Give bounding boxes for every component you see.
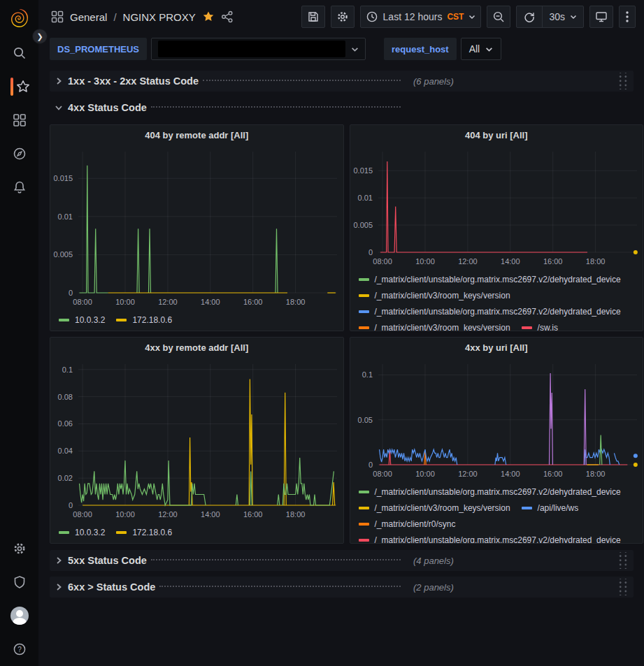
help-icon: ? — [13, 642, 27, 656]
grafana-logo[interactable] — [0, 0, 38, 36]
legend-item[interactable]: /sw.js — [522, 319, 558, 331]
panel-title[interactable]: 404 by remote addr [All] — [50, 125, 343, 145]
search-icon — [13, 46, 27, 60]
time-range-picker[interactable]: Last 12 hours CST — [360, 6, 482, 28]
legend-item[interactable]: /_matrix/client/unstable/org.matrix.msc2… — [359, 271, 621, 287]
row-5xx[interactable]: 5xx Status Code (4 panels) — [50, 550, 634, 571]
sidebar-item-dashboards[interactable] — [0, 103, 38, 137]
panel-404-by-remote-addr: 404 by remote addr [All] 08:0010:0012:00… — [50, 124, 344, 331]
legend-swatch — [359, 310, 369, 313]
legend-item[interactable]: /_matrix/client/unstable/org.matrix.msc2… — [359, 484, 621, 500]
row-dotted-leader — [203, 80, 401, 81]
request-host-variable-select[interactable]: All — [461, 38, 502, 60]
legend-item[interactable]: /_matrix/client/v3/room_keys/version — [359, 319, 510, 331]
svg-text:12:00: 12:00 — [158, 298, 178, 306]
sidebar-expand-button[interactable]: ❯ — [32, 29, 48, 44]
favorite-star-icon[interactable] — [202, 10, 215, 23]
tv-mode-button[interactable] — [589, 6, 613, 28]
svg-text:12:00: 12:00 — [158, 510, 178, 519]
legend-item[interactable]: 172.18.0.6 — [116, 524, 172, 540]
row-drag-handle[interactable] — [617, 579, 628, 595]
row-dotted-leader — [151, 559, 401, 560]
dashboard-settings-button[interactable] — [331, 6, 355, 28]
datasource-variable-select[interactable] — [151, 38, 366, 60]
sidebar-item-help[interactable]: ? — [0, 632, 38, 666]
panel-legend: 10.0.3.2172.18.0.6 — [50, 522, 343, 540]
refresh-interval-label: 30s — [549, 11, 565, 22]
sidebar-item-explore[interactable] — [0, 137, 38, 171]
legend-item[interactable]: /_matrix/client/unstable/org.matrix.msc2… — [359, 303, 621, 319]
panel-legend: /_matrix/client/unstable/org.matrix.msc2… — [350, 269, 643, 331]
avatar — [10, 607, 29, 625]
legend-swatch — [359, 507, 369, 509]
legend-item[interactable]: /api/live/ws — [522, 500, 579, 516]
legend-label: 172.18.0.6 — [132, 315, 172, 325]
svg-text:08:00: 08:00 — [373, 257, 392, 266]
refresh-button[interactable] — [517, 6, 542, 27]
more-options-button[interactable] — [619, 6, 636, 28]
svg-text:10:00: 10:00 — [115, 510, 135, 519]
svg-text:0.08: 0.08 — [58, 393, 73, 401]
breadcrumb-folder[interactable]: General — [70, 11, 107, 23]
svg-text:12:00: 12:00 — [458, 470, 478, 478]
sidebar-item-starred[interactable] — [0, 70, 38, 103]
row-dotted-leader — [151, 106, 401, 108]
compass-icon — [13, 147, 27, 161]
refresh-interval-dropdown[interactable]: 30s — [542, 6, 583, 27]
panel-404-by-uri: 404 by uri [All] 08:0010:0012:0014:0016:… — [350, 124, 644, 331]
share-icon[interactable] — [221, 10, 234, 23]
legend-swatch — [116, 531, 127, 534]
grafana-logo-icon — [9, 8, 30, 29]
legend-item[interactable]: /_matrix/client/unstable/org.matrix.msc2… — [359, 532, 621, 544]
refresh-icon — [523, 10, 536, 23]
save-icon — [307, 10, 320, 23]
time-series-chart: 08:0010:0012:0014:0016:0018:0000.050.1 — [350, 357, 643, 482]
zoom-out-button[interactable] — [487, 6, 510, 28]
legend-item[interactable]: 172.18.0.6 — [116, 312, 172, 328]
panel-title[interactable]: 404 by uri [All] — [350, 125, 643, 145]
chevron-down-icon — [468, 13, 475, 20]
svg-text:0.01: 0.01 — [58, 212, 73, 221]
sidebar-item-profile[interactable] — [0, 599, 38, 632]
sidebar-item-server-admin[interactable] — [0, 565, 38, 599]
legend-item[interactable]: 10.0.3.2 — [59, 312, 105, 328]
variables-bar: DS_PROMETHEUS request_host All — [38, 34, 644, 67]
legend-item[interactable]: /_matrix/client/r0/sync — [359, 516, 456, 532]
dashboard-topbar: General / NGINX PROXY — [38, 0, 644, 34]
panel-title[interactable]: 4xx by uri [All] — [350, 338, 643, 357]
gear-icon — [13, 542, 27, 556]
legend-swatch — [59, 319, 69, 321]
svg-text:08:00: 08:00 — [373, 470, 392, 478]
sidebar-item-search[interactable] — [0, 36, 38, 70]
legend-label: /_matrix/client/unstable/org.matrix.msc2… — [375, 307, 621, 317]
sidebar-item-configuration[interactable] — [0, 532, 38, 565]
legend-swatch — [359, 539, 369, 542]
row-panel-count: (2 panels) — [413, 582, 454, 593]
legend-item[interactable]: /_matrix/client/v3/room_keys/version — [359, 287, 510, 303]
svg-text:0.05: 0.05 — [357, 416, 372, 424]
row-1xx-3xx-2xx[interactable]: 1xx - 3xx - 2xx Status Code (6 panels) — [50, 71, 634, 92]
row-header: 4xx Status Code — [54, 102, 402, 113]
legend-label: /_matrix/client/r0/sync — [375, 519, 456, 529]
svg-text:0: 0 — [69, 501, 73, 509]
legend-item[interactable]: /_matrix/client/v3/room_keys/version — [359, 500, 510, 516]
zoom-out-icon — [492, 10, 505, 23]
svg-text:0: 0 — [368, 461, 373, 469]
panel-4xx-by-remote-addr: 4xx by remote addr [All] 08:0010:0012:00… — [50, 337, 344, 544]
legend-item[interactable]: 10.0.3.2 — [59, 524, 105, 540]
panel-title[interactable]: 4xx by remote addr [All] — [50, 338, 343, 357]
sidebar-item-alerting[interactable] — [0, 171, 38, 204]
svg-text:16:00: 16:00 — [243, 298, 263, 306]
row-6xx[interactable]: 6xx > Status Code (2 panels) — [50, 577, 634, 598]
row-drag-handle[interactable] — [617, 552, 628, 569]
save-dashboard-button[interactable] — [301, 6, 325, 28]
svg-text:14:00: 14:00 — [501, 257, 520, 266]
bell-icon — [13, 180, 27, 194]
svg-text:18:00: 18:00 — [286, 298, 306, 306]
dashboard-toolbar: Last 12 hours CST 30s — [301, 6, 636, 28]
timezone-label: CST — [447, 12, 464, 22]
legend-swatch — [522, 326, 532, 329]
row-drag-handle[interactable] — [617, 73, 628, 89]
row-4xx[interactable]: 4xx Status Code — [50, 97, 634, 118]
svg-text:08:00: 08:00 — [73, 298, 93, 306]
